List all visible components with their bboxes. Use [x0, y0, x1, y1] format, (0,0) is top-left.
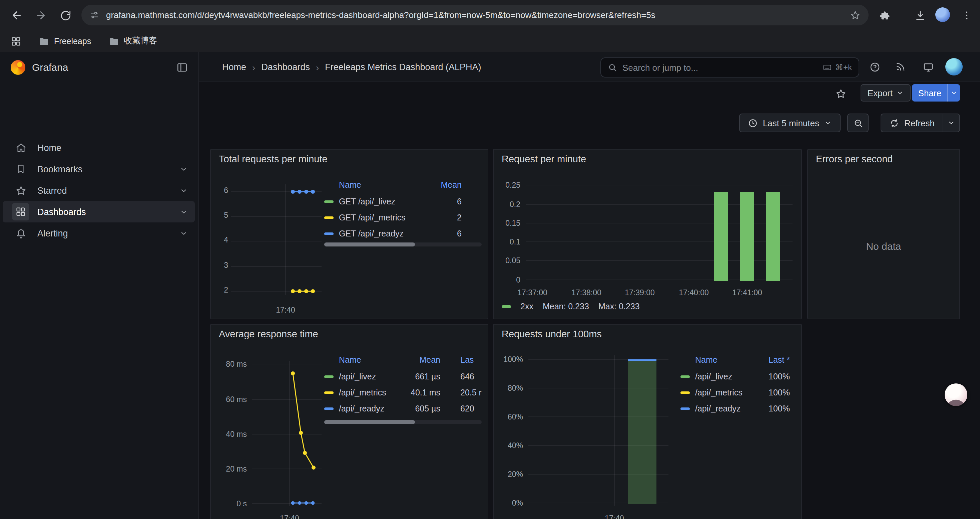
chevron-down-icon[interactable] [180, 229, 188, 238]
legend-row[interactable]: GET /api/_metrics 2 [324, 210, 461, 226]
grafana-sidebar: Grafana Home Bookmarks Starred [0, 52, 199, 519]
series-color-swatch [681, 391, 690, 394]
refresh-label: Refresh [904, 118, 935, 128]
apps-grid-icon[interactable] [11, 36, 21, 46]
share-menu-chevron[interactable] [948, 84, 960, 102]
help-icon[interactable] [865, 57, 884, 76]
forward-button[interactable] [31, 5, 51, 26]
breadcrumb-dashboards[interactable]: Dashboards [261, 62, 310, 72]
y-tick: 0 s [211, 500, 247, 508]
breadcrumb-separator: › [316, 62, 319, 72]
breadcrumb-home[interactable]: Home [222, 62, 246, 72]
search-input[interactable]: Search or jump to... ⌘+k [600, 57, 859, 77]
refresh-interval-chevron[interactable] [943, 114, 959, 132]
y-tick: 0.25 [494, 181, 520, 190]
export-label: Export [868, 88, 892, 98]
sidebar-item-bookmarks[interactable]: Bookmarks [3, 158, 195, 180]
bar-chart[interactable] [528, 351, 668, 509]
legend-row[interactable]: /api/_readyz 100% [681, 401, 790, 417]
breadcrumb-current: Freeleaps Metrics Dashboard (ALPHA) [325, 62, 481, 72]
legend-table: Name Last * /api/_livez 100% /api/_metri… [681, 353, 790, 417]
screen: grafana.mathmast.com/d/deytv4rwavabkb/fr… [0, 0, 980, 519]
scrollbar-thumb[interactable] [324, 243, 415, 246]
legend-row[interactable]: GET /api/_livez 6 [324, 194, 461, 210]
back-button[interactable] [7, 5, 27, 26]
url-bar[interactable]: grafana.mathmast.com/d/deytv4rwavabkb/fr… [81, 5, 869, 26]
menu-kebab-icon[interactable] [957, 5, 977, 26]
legend-row[interactable]: GET /api/_readyz 6 [324, 226, 461, 242]
legend-row[interactable]: /api/_livez 661 µs 646 [324, 369, 488, 385]
line-chart[interactable] [252, 355, 321, 510]
panel-title[interactable]: Errors per second [816, 153, 893, 164]
bookmark-label: 收藏博客 [124, 35, 157, 47]
site-info-icon[interactable] [89, 10, 99, 20]
series-color-swatch [324, 391, 334, 394]
sidebar-item-starred[interactable]: Starred [3, 180, 195, 201]
bar-chart[interactable] [526, 180, 792, 284]
legend-header-name[interactable]: Name [339, 180, 424, 190]
legend-header-name[interactable]: Name [695, 355, 752, 365]
bookmarks-bar: Freeleaps 收藏博客 [0, 30, 980, 52]
bookmark-folder-blogs[interactable]: 收藏博客 [108, 35, 157, 47]
legend-header-last[interactable]: Last * [752, 355, 790, 365]
legend-header-mean[interactable]: Mean [398, 355, 440, 365]
downloads-icon[interactable] [910, 5, 930, 26]
monitor-icon[interactable] [919, 57, 937, 76]
sidebar-collapse-icon[interactable] [176, 61, 188, 73]
sidebar-header: Grafana [0, 52, 199, 82]
panel-average-response-time: Average response time 80 ms 60 ms 40 ms … [210, 324, 488, 519]
favorite-star-icon[interactable] [833, 86, 848, 101]
chevron-down-icon[interactable] [180, 164, 188, 173]
legend-row[interactable]: /api/_readyz 605 µs 620 [324, 401, 488, 417]
floating-avatar[interactable] [945, 383, 967, 406]
series-color-swatch [502, 305, 511, 308]
browser-toolbar: grafana.mathmast.com/d/deytv4rwavabkb/fr… [0, 0, 980, 30]
refresh-icon [889, 118, 900, 128]
legend-row[interactable]: /api/_metrics 100% [681, 385, 790, 401]
zoom-out-button[interactable] [847, 113, 869, 132]
user-avatar[interactable] [945, 58, 963, 75]
legend-header-mean[interactable]: Mean [424, 180, 461, 190]
rss-icon[interactable] [891, 57, 910, 76]
sidebar-item-alerting[interactable]: Alerting [3, 222, 195, 244]
scrollbar-thumb[interactable] [324, 420, 415, 424]
legend-row[interactable]: 2xx Mean: 0.233 Max: 0.233 [502, 302, 640, 311]
bookmark-star-icon[interactable] [850, 10, 861, 21]
time-range-picker[interactable]: Last 5 minutes [740, 113, 841, 132]
series-color-swatch [324, 200, 334, 203]
legend-row[interactable]: /api/_metrics 40.1 ms 20.5 r [324, 385, 488, 401]
breadcrumb-separator: › [252, 62, 255, 72]
series-color-swatch [681, 375, 690, 378]
reload-button[interactable] [56, 5, 75, 26]
y-tick: 0% [494, 499, 523, 508]
legend-scrollbar[interactable] [324, 420, 482, 424]
y-tick: 0.1 [494, 238, 520, 246]
profile-avatar[interactable] [935, 7, 950, 22]
share-label: Share [918, 88, 941, 98]
line-chart[interactable] [231, 180, 321, 300]
panel-title[interactable]: Total requests per minute [219, 153, 328, 164]
bookmark-folder-freeleaps[interactable]: Freeleaps [39, 36, 91, 46]
legend-header-name[interactable]: Name [339, 355, 398, 365]
extensions-icon[interactable] [874, 5, 894, 26]
sidebar-item-home[interactable]: Home [3, 137, 195, 158]
share-button[interactable]: Share [912, 84, 960, 102]
legend-header-last[interactable]: Las [440, 355, 474, 365]
grafana-logo[interactable] [11, 60, 25, 75]
legend-row[interactable]: /api/_livez 100% [681, 369, 790, 385]
refresh-button[interactable]: Refresh [881, 113, 960, 132]
panel-title[interactable]: Requests under 100ms [502, 329, 602, 339]
y-tick: 6 [211, 186, 228, 195]
y-tick: 2 [211, 286, 228, 295]
time-range-label: Last 5 minutes [763, 118, 819, 128]
export-button[interactable]: Export [861, 84, 911, 102]
legend-scrollbar[interactable] [324, 243, 482, 246]
y-tick: 80% [494, 384, 523, 393]
chevron-down-icon[interactable] [180, 208, 188, 216]
sidebar-item-label: Alerting [37, 228, 68, 238]
panel-title[interactable]: Average response time [219, 329, 318, 339]
chevron-down-icon[interactable] [180, 186, 188, 195]
sidebar-item-dashboards[interactable]: Dashboards [3, 201, 195, 222]
panel-title[interactable]: Request per minute [502, 153, 586, 164]
y-tick: 5 [211, 211, 228, 220]
